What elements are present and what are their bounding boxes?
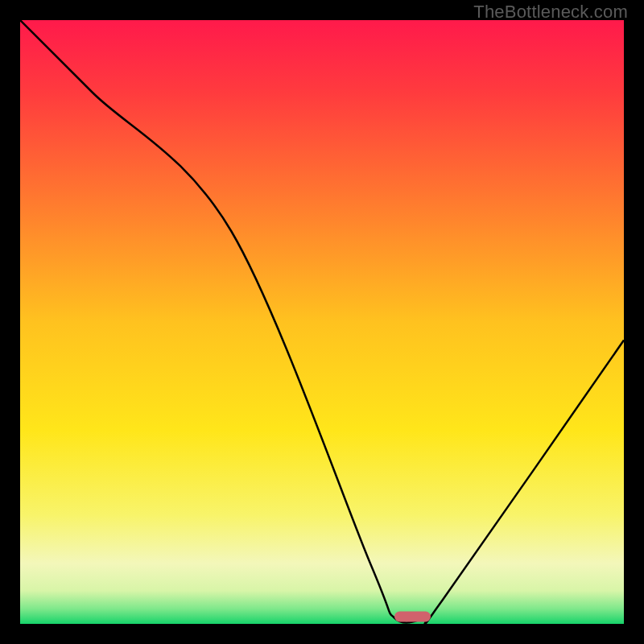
chart-background (20, 20, 624, 624)
bottleneck-chart (20, 20, 624, 624)
chart-frame: TheBottleneck.com (0, 0, 644, 644)
optimum-marker (394, 612, 431, 622)
chart-svg (20, 20, 624, 624)
